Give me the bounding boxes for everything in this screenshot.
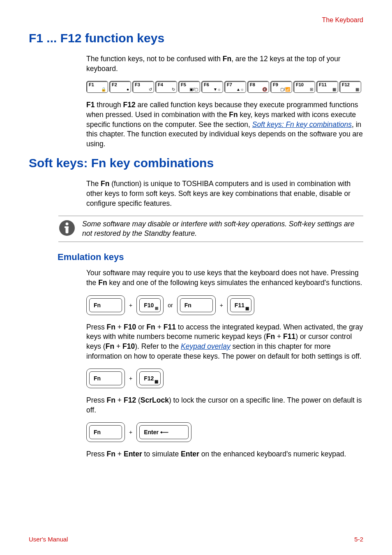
touchpad-icon: ▢/📶 [280,87,290,92]
fkey-label: F1 [89,82,94,87]
fkey-f8: F8🔇 [247,81,269,93]
fkey-f1: F1🔒 [86,81,108,93]
bold: Enter [124,450,142,458]
fkey-label: F5 [181,82,186,87]
fkey-label: F8 [250,82,255,87]
svg-rect-3 [65,226,69,228]
info-icon [58,219,76,237]
para-fn-enter: Press Fn + Enter to simulate Enter on th… [86,449,363,459]
keycombo-fn-f10-f11: Fn + F10⊞ or Fn + F11▦ [86,295,363,315]
note-text: Some software may disable or interfere w… [82,219,363,238]
text: Press [86,323,107,331]
text: + [115,396,124,404]
overlay-num-icon: ▦ [332,87,336,92]
bold: Fn [146,323,155,331]
hibernate-icon: ↻ [172,87,175,92]
fkey-f9: F9▢/📶 [270,81,292,93]
bold: Fn [107,323,115,331]
wireless-icon: 🔇 [262,87,267,92]
text: + [155,323,164,331]
para-fnkeys-explain: F1 through F12 are called function keys … [86,100,363,149]
para-softkeys-intro: The Fn (function) is unique to TOSHIBA c… [86,179,363,208]
dot-icon: ● [127,87,129,92]
para-fnkeys-intro: The function keys, not to be confused wi… [86,54,363,74]
bold: F10 [124,323,136,331]
fkey-f4: F4↻ [155,81,177,93]
text: F12 [144,375,154,382]
section-title-f1f12: F1 ... F12 function keys [29,31,363,45]
text: F11 [235,302,244,309]
key-label: Fn [180,298,213,312]
fkey-label: F12 [342,82,350,87]
svg-point-1 [66,223,69,226]
plus-symbol: + [129,429,132,435]
text: (function) is unique to TOSHIBA computer… [86,180,350,207]
text: The function keys, not to be confused wi… [86,55,223,63]
footer-title: User's Manual [29,536,68,543]
bold: Fn [266,332,275,341]
overlay-arrow-icon: ⊞ [155,306,158,311]
key-enter: Enter ⟵ [136,422,191,442]
text: + [275,332,283,341]
text: + [114,342,122,350]
text: F10 [144,302,154,309]
scrolllock-icon: ▦ [154,379,158,384]
link-softkeys[interactable]: Soft keys: Fn key combinations [252,120,352,129]
lock-icon: 🔒 [101,87,106,92]
fkey-label: F4 [158,82,163,87]
fkey-label: F9 [273,82,278,87]
key-label: Fn [89,298,122,312]
bold-fn: Fn [223,55,231,63]
scrolllock-icon: ▦ [355,87,359,92]
display-icon: ▣/▢ [189,87,198,92]
key-label: F10⊞ [139,298,161,312]
key-fn: Fn [86,368,125,388]
bold-f12: F12 [123,101,136,109]
text: or [136,323,146,331]
link-keypad-overlay[interactable]: Keypad overlay [181,342,231,350]
fkey-f12: F12▦ [339,81,361,93]
fkey-label: F10 [296,82,304,87]
function-keys-illustration: F1🔒 F2● F3↺ F4↻ F5▣/▢ F6▼☼ F7▲☼ F8🔇 F9▢/… [86,81,363,93]
bold-fn: Fn [229,111,238,119]
plus-symbol: + [129,302,132,309]
running-header: The Keyboard [29,16,363,24]
text: Press [86,450,107,458]
text: ). Refer to the [135,342,181,350]
para-fn-f10-f11: Press Fn + F10 or Fn + F11 to access the… [86,322,363,362]
bold-f1: F1 [86,101,95,109]
fkey-f5: F5▣/▢ [178,81,200,93]
keycombo-fn-enter: Fn + Enter ⟵ [86,422,363,442]
fkey-f7: F7▲☼ [224,81,246,93]
para-fn-f12: Press Fn + F12 (ScrLock) to lock the cur… [86,396,363,415]
key-f11: F11▦ [227,295,254,315]
text: Press [86,396,107,404]
key-label: F11▦ [230,298,251,312]
section-title-softkeys: Soft keys: Fn key combinations [29,156,363,170]
standby-icon: ↺ [149,87,152,92]
bold: F11 [283,332,295,341]
text: + [115,450,124,458]
keycombo-fn-f12: Fn + F12▦ [86,368,363,388]
overlay-arrow-icon: ⊞ [310,87,313,92]
fkey-f3: F3↺ [132,81,154,93]
fkey-f6: F6▼☼ [201,81,223,93]
bold-fn: Fn [101,180,109,188]
key-fn: Fn [86,295,125,315]
fkey-label: F6 [204,82,209,87]
fkey-f11: F11▦ [316,81,338,93]
or-text: or [168,302,173,309]
bold: Fn [107,450,115,458]
key-fn: Fn [86,422,125,442]
key-fn: Fn [177,295,216,315]
overlay-num-icon: ▦ [245,306,249,311]
text: on the enhanced keyboard's numeric keypa… [199,450,346,458]
bold: F10 [122,342,135,350]
bold: Enter [181,450,199,458]
fkey-label: F7 [227,82,232,87]
bold: Fn [107,396,115,404]
para-emulation-intro: Your software may require you to use key… [86,268,363,288]
text: The [86,180,101,188]
plus-symbol: + [129,375,132,382]
subsection-emulation: Emulation keys [58,252,363,263]
